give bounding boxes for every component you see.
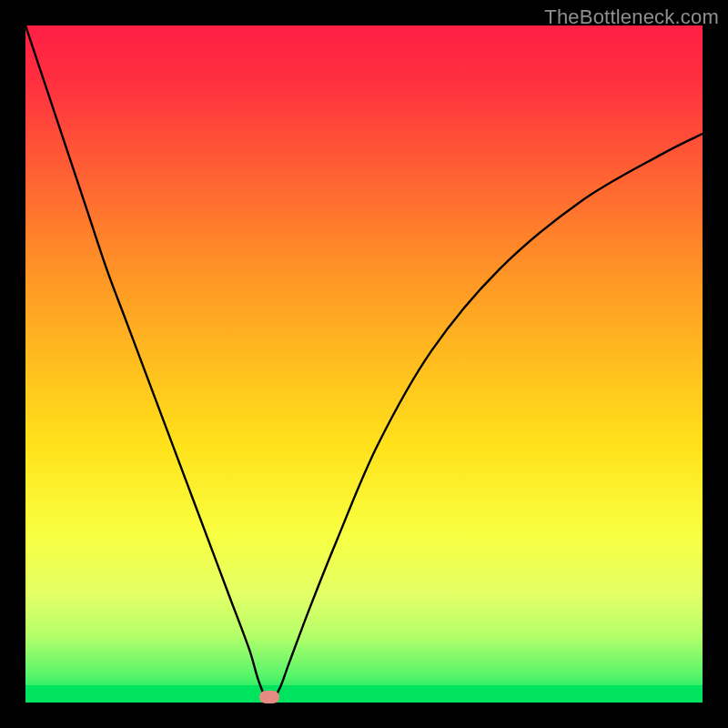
watermark-text: TheBottleneck.com bbox=[544, 5, 719, 29]
plot-frame bbox=[25, 25, 703, 703]
bottleneck-curve bbox=[25, 25, 703, 703]
minimum-marker bbox=[259, 691, 279, 703]
